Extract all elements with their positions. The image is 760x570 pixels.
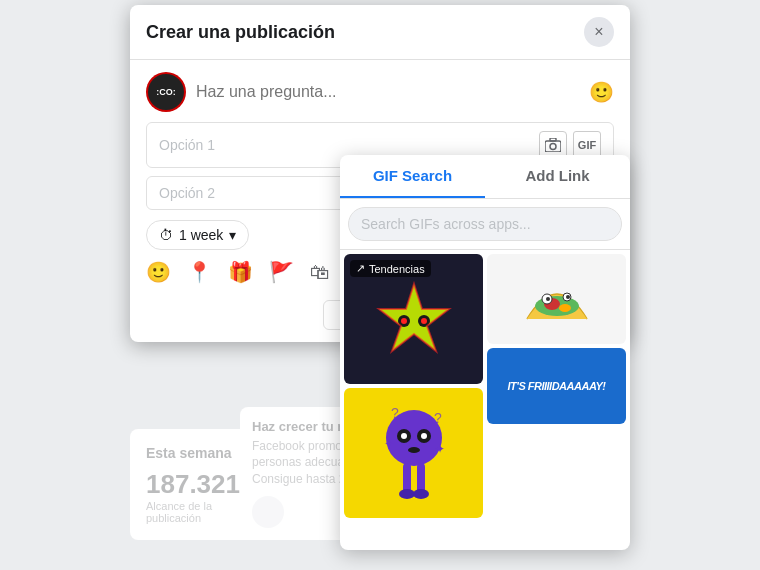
svg-text:✦: ✦ (435, 442, 445, 456)
flag-icon[interactable]: 🚩 (269, 260, 294, 284)
gift-icon[interactable]: 🎁 (228, 260, 253, 284)
gif-col-left: ↗ Tendencias (344, 254, 483, 546)
svg-text:?: ? (434, 410, 442, 426)
star-gif (374, 279, 454, 359)
svg-rect-17 (403, 463, 411, 493)
svg-point-29 (566, 295, 570, 299)
tab-add-link[interactable]: Add Link (485, 155, 630, 198)
gif-item-taco[interactable] (487, 254, 626, 344)
svg-point-20 (413, 489, 429, 499)
svg-point-14 (401, 433, 407, 439)
avatar-text: :CO: (156, 87, 176, 97)
modal-title: Crear una publicación (146, 22, 335, 43)
svg-text:✦: ✦ (384, 437, 394, 451)
bag-icon[interactable]: 🛍 (310, 261, 330, 284)
duration-button[interactable]: ⏱ 1 week ▾ (146, 220, 249, 250)
trending-arrow-icon: ↗ (356, 262, 365, 275)
question-input[interactable] (196, 83, 589, 101)
chevron-down-icon: ▾ (229, 227, 236, 243)
friday-text: IT'S FRIIIIDAAAAAY! (507, 380, 605, 392)
svg-point-25 (559, 304, 571, 312)
gif-panel: GIF Search Add Link ↗ Tendencias (340, 155, 630, 550)
svg-point-6 (401, 318, 407, 324)
close-button[interactable]: × (584, 17, 614, 47)
trending-label: Tendencias (369, 263, 425, 275)
svg-point-16 (408, 447, 420, 453)
svg-point-28 (546, 297, 550, 301)
svg-text:?: ? (391, 405, 399, 421)
gif-search-input[interactable] (348, 207, 622, 241)
gif-grid: ↗ Tendencias (340, 250, 630, 550)
svg-rect-2 (550, 138, 556, 141)
avatar: :CO: (146, 72, 186, 112)
gif-col-right: IT'S FRIIIIDAAAAAY! (487, 254, 626, 546)
modal-header: Crear una publicación × (130, 5, 630, 60)
clock-icon: ⏱ (159, 227, 173, 243)
option1-label: Opción 1 (159, 137, 539, 153)
svg-rect-18 (417, 463, 425, 493)
emoji-button[interactable]: 🙂 (589, 80, 614, 104)
svg-rect-0 (545, 141, 561, 152)
trending-badge: ↗ Tendencias (350, 260, 431, 277)
gif-tabs: GIF Search Add Link (340, 155, 630, 199)
gif-item-friday[interactable]: IT'S FRIIIIDAAAAAY! (487, 348, 626, 424)
user-row: :CO: 🙂 (146, 72, 614, 112)
svg-point-1 (550, 144, 556, 150)
gif-search-box (340, 199, 630, 250)
gif-item-trending[interactable]: ↗ Tendencias (344, 254, 483, 384)
svg-point-19 (399, 489, 415, 499)
svg-point-15 (421, 433, 427, 439)
avatar-inner: :CO: (148, 74, 184, 110)
purple-char-gif: ? ? ✦ ✦ (379, 398, 449, 508)
location-icon[interactable]: 📍 (187, 260, 212, 284)
emoji-toolbar-icon[interactable]: 🙂 (146, 260, 171, 284)
gif-item-purple[interactable]: ? ? ✦ ✦ (344, 388, 483, 518)
duration-label: 1 week (179, 227, 223, 243)
svg-point-7 (421, 318, 427, 324)
tab-gif-search[interactable]: GIF Search (340, 155, 485, 198)
taco-gif (517, 264, 597, 334)
